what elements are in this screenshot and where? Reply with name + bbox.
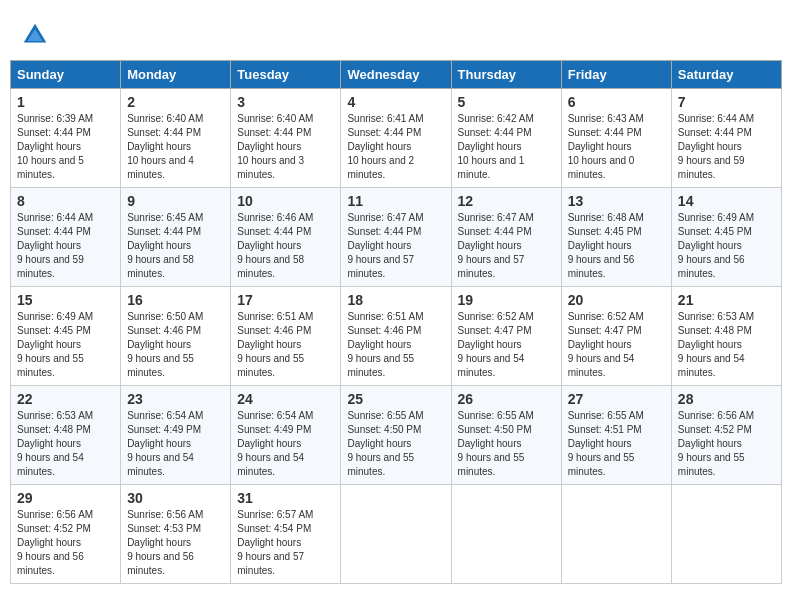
day-info: Sunrise: 6:55 AMSunset: 4:50 PMDaylight … xyxy=(347,409,444,479)
calendar-cell: 23Sunrise: 6:54 AMSunset: 4:49 PMDayligh… xyxy=(121,386,231,485)
day-info: Sunrise: 6:55 AMSunset: 4:51 PMDaylight … xyxy=(568,409,665,479)
day-info: Sunrise: 6:52 AMSunset: 4:47 PMDaylight … xyxy=(568,310,665,380)
calendar-cell: 15Sunrise: 6:49 AMSunset: 4:45 PMDayligh… xyxy=(11,287,121,386)
day-number: 5 xyxy=(458,94,555,110)
day-number: 6 xyxy=(568,94,665,110)
day-number: 11 xyxy=(347,193,444,209)
calendar-cell xyxy=(341,485,451,584)
day-number: 19 xyxy=(458,292,555,308)
logo-icon xyxy=(20,20,50,50)
day-info: Sunrise: 6:52 AMSunset: 4:47 PMDaylight … xyxy=(458,310,555,380)
day-number: 24 xyxy=(237,391,334,407)
calendar-header-wednesday: Wednesday xyxy=(341,61,451,89)
day-info: Sunrise: 6:51 AMSunset: 4:46 PMDaylight … xyxy=(237,310,334,380)
day-info: Sunrise: 6:56 AMSunset: 4:53 PMDaylight … xyxy=(127,508,224,578)
day-number: 17 xyxy=(237,292,334,308)
day-number: 26 xyxy=(458,391,555,407)
day-info: Sunrise: 6:49 AMSunset: 4:45 PMDaylight … xyxy=(678,211,775,281)
day-number: 2 xyxy=(127,94,224,110)
calendar-cell: 24Sunrise: 6:54 AMSunset: 4:49 PMDayligh… xyxy=(231,386,341,485)
calendar-cell: 13Sunrise: 6:48 AMSunset: 4:45 PMDayligh… xyxy=(561,188,671,287)
calendar-cell: 30Sunrise: 6:56 AMSunset: 4:53 PMDayligh… xyxy=(121,485,231,584)
calendar-cell: 25Sunrise: 6:55 AMSunset: 4:50 PMDayligh… xyxy=(341,386,451,485)
calendar-cell: 26Sunrise: 6:55 AMSunset: 4:50 PMDayligh… xyxy=(451,386,561,485)
day-info: Sunrise: 6:55 AMSunset: 4:50 PMDaylight … xyxy=(458,409,555,479)
day-number: 10 xyxy=(237,193,334,209)
calendar-cell: 18Sunrise: 6:51 AMSunset: 4:46 PMDayligh… xyxy=(341,287,451,386)
day-number: 15 xyxy=(17,292,114,308)
calendar-header-friday: Friday xyxy=(561,61,671,89)
day-info: Sunrise: 6:57 AMSunset: 4:54 PMDaylight … xyxy=(237,508,334,578)
day-number: 28 xyxy=(678,391,775,407)
day-info: Sunrise: 6:44 AMSunset: 4:44 PMDaylight … xyxy=(17,211,114,281)
day-number: 13 xyxy=(568,193,665,209)
day-number: 14 xyxy=(678,193,775,209)
day-info: Sunrise: 6:47 AMSunset: 4:44 PMDaylight … xyxy=(458,211,555,281)
calendar-cell: 5Sunrise: 6:42 AMSunset: 4:44 PMDaylight… xyxy=(451,89,561,188)
calendar-cell: 21Sunrise: 6:53 AMSunset: 4:48 PMDayligh… xyxy=(671,287,781,386)
day-info: Sunrise: 6:47 AMSunset: 4:44 PMDaylight … xyxy=(347,211,444,281)
day-number: 9 xyxy=(127,193,224,209)
calendar-week-row: 22Sunrise: 6:53 AMSunset: 4:48 PMDayligh… xyxy=(11,386,782,485)
day-info: Sunrise: 6:48 AMSunset: 4:45 PMDaylight … xyxy=(568,211,665,281)
calendar-cell: 28Sunrise: 6:56 AMSunset: 4:52 PMDayligh… xyxy=(671,386,781,485)
calendar-header-sunday: Sunday xyxy=(11,61,121,89)
calendar-cell: 9Sunrise: 6:45 AMSunset: 4:44 PMDaylight… xyxy=(121,188,231,287)
calendar-cell: 7Sunrise: 6:44 AMSunset: 4:44 PMDaylight… xyxy=(671,89,781,188)
day-info: Sunrise: 6:44 AMSunset: 4:44 PMDaylight … xyxy=(678,112,775,182)
day-info: Sunrise: 6:45 AMSunset: 4:44 PMDaylight … xyxy=(127,211,224,281)
day-info: Sunrise: 6:56 AMSunset: 4:52 PMDaylight … xyxy=(678,409,775,479)
day-number: 12 xyxy=(458,193,555,209)
day-number: 4 xyxy=(347,94,444,110)
calendar-cell: 4Sunrise: 6:41 AMSunset: 4:44 PMDaylight… xyxy=(341,89,451,188)
calendar-cell xyxy=(451,485,561,584)
day-number: 22 xyxy=(17,391,114,407)
calendar-cell: 2Sunrise: 6:40 AMSunset: 4:44 PMDaylight… xyxy=(121,89,231,188)
calendar-cell xyxy=(671,485,781,584)
calendar-cell: 8Sunrise: 6:44 AMSunset: 4:44 PMDaylight… xyxy=(11,188,121,287)
calendar-week-row: 15Sunrise: 6:49 AMSunset: 4:45 PMDayligh… xyxy=(11,287,782,386)
calendar-cell: 17Sunrise: 6:51 AMSunset: 4:46 PMDayligh… xyxy=(231,287,341,386)
calendar-cell: 6Sunrise: 6:43 AMSunset: 4:44 PMDaylight… xyxy=(561,89,671,188)
calendar-cell: 19Sunrise: 6:52 AMSunset: 4:47 PMDayligh… xyxy=(451,287,561,386)
day-info: Sunrise: 6:54 AMSunset: 4:49 PMDaylight … xyxy=(237,409,334,479)
calendar-header-monday: Monday xyxy=(121,61,231,89)
day-number: 1 xyxy=(17,94,114,110)
day-info: Sunrise: 6:53 AMSunset: 4:48 PMDaylight … xyxy=(17,409,114,479)
day-info: Sunrise: 6:40 AMSunset: 4:44 PMDaylight … xyxy=(127,112,224,182)
day-info: Sunrise: 6:40 AMSunset: 4:44 PMDaylight … xyxy=(237,112,334,182)
calendar-header-row: SundayMondayTuesdayWednesdayThursdayFrid… xyxy=(11,61,782,89)
calendar-cell: 29Sunrise: 6:56 AMSunset: 4:52 PMDayligh… xyxy=(11,485,121,584)
day-info: Sunrise: 6:42 AMSunset: 4:44 PMDaylight … xyxy=(458,112,555,182)
logo xyxy=(20,20,52,50)
day-number: 16 xyxy=(127,292,224,308)
day-number: 25 xyxy=(347,391,444,407)
calendar-cell: 1Sunrise: 6:39 AMSunset: 4:44 PMDaylight… xyxy=(11,89,121,188)
calendar-cell: 10Sunrise: 6:46 AMSunset: 4:44 PMDayligh… xyxy=(231,188,341,287)
day-info: Sunrise: 6:49 AMSunset: 4:45 PMDaylight … xyxy=(17,310,114,380)
day-info: Sunrise: 6:51 AMSunset: 4:46 PMDaylight … xyxy=(347,310,444,380)
calendar-cell: 12Sunrise: 6:47 AMSunset: 4:44 PMDayligh… xyxy=(451,188,561,287)
day-number: 23 xyxy=(127,391,224,407)
day-info: Sunrise: 6:39 AMSunset: 4:44 PMDaylight … xyxy=(17,112,114,182)
day-number: 3 xyxy=(237,94,334,110)
day-number: 21 xyxy=(678,292,775,308)
day-info: Sunrise: 6:56 AMSunset: 4:52 PMDaylight … xyxy=(17,508,114,578)
day-info: Sunrise: 6:41 AMSunset: 4:44 PMDaylight … xyxy=(347,112,444,182)
calendar-header-saturday: Saturday xyxy=(671,61,781,89)
calendar-cell xyxy=(561,485,671,584)
day-number: 20 xyxy=(568,292,665,308)
calendar-cell: 11Sunrise: 6:47 AMSunset: 4:44 PMDayligh… xyxy=(341,188,451,287)
calendar-cell: 20Sunrise: 6:52 AMSunset: 4:47 PMDayligh… xyxy=(561,287,671,386)
calendar-cell: 22Sunrise: 6:53 AMSunset: 4:48 PMDayligh… xyxy=(11,386,121,485)
calendar-week-row: 1Sunrise: 6:39 AMSunset: 4:44 PMDaylight… xyxy=(11,89,782,188)
calendar-cell: 16Sunrise: 6:50 AMSunset: 4:46 PMDayligh… xyxy=(121,287,231,386)
calendar-header-thursday: Thursday xyxy=(451,61,561,89)
day-info: Sunrise: 6:50 AMSunset: 4:46 PMDaylight … xyxy=(127,310,224,380)
day-number: 8 xyxy=(17,193,114,209)
day-number: 27 xyxy=(568,391,665,407)
calendar-table: SundayMondayTuesdayWednesdayThursdayFrid… xyxy=(10,60,782,584)
calendar-header-tuesday: Tuesday xyxy=(231,61,341,89)
day-number: 18 xyxy=(347,292,444,308)
calendar-cell: 31Sunrise: 6:57 AMSunset: 4:54 PMDayligh… xyxy=(231,485,341,584)
